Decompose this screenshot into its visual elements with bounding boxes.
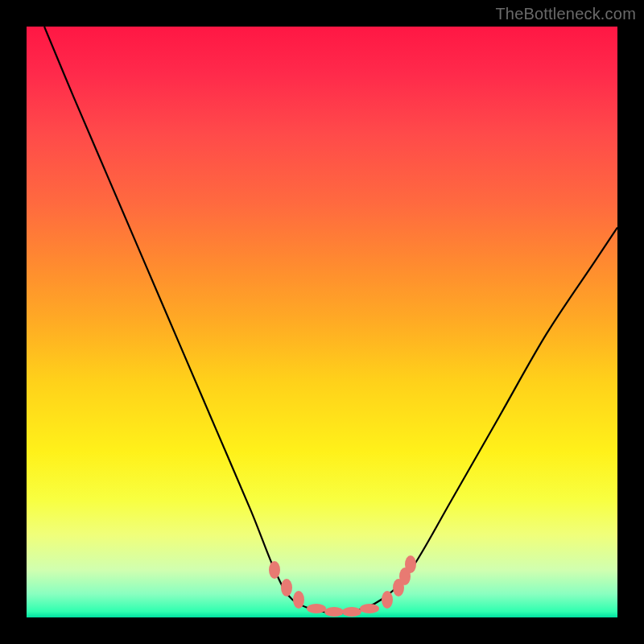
marker-layer bbox=[27, 27, 617, 617]
highlight-marker bbox=[281, 579, 292, 597]
watermark-text: TheBottleneck.com bbox=[495, 5, 636, 23]
highlight-marker bbox=[293, 591, 304, 609]
chart-frame: TheBottleneck.com bbox=[0, 0, 644, 644]
highlight-marker bbox=[342, 607, 361, 617]
highlight-marker bbox=[360, 604, 379, 613]
highlight-marker bbox=[307, 604, 326, 613]
highlight-marker bbox=[324, 607, 344, 617]
highlight-marker bbox=[405, 555, 416, 573]
plot-area bbox=[27, 27, 617, 617]
highlight-marker bbox=[382, 591, 393, 609]
highlight-marker bbox=[269, 561, 280, 579]
